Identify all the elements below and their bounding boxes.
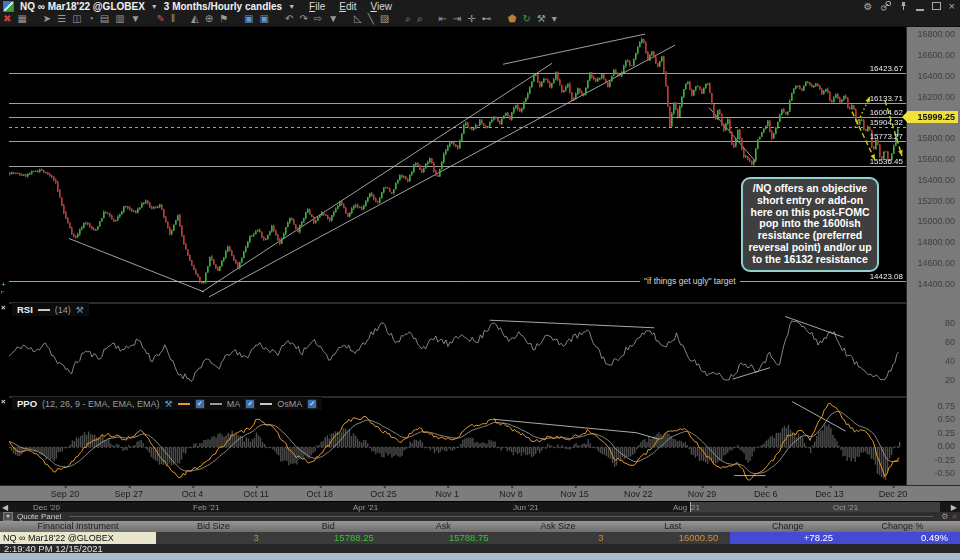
quote-value-cell[interactable]: 15788.25 bbox=[271, 532, 386, 544]
scroll-left-icon[interactable]: ◀ bbox=[2, 503, 8, 512]
quote-column-header[interactable]: Ask Size bbox=[501, 521, 616, 532]
price-tick-label: 14800.00 bbox=[917, 237, 955, 247]
rsi-settings-icon[interactable]: ⚒ bbox=[76, 305, 84, 315]
pattern-icon[interactable]: ▦ bbox=[17, 14, 26, 24]
volume-icon[interactable]: ‖ bbox=[171, 14, 175, 24]
cursor-icon[interactable]: ➤ bbox=[43, 14, 51, 24]
pin-icon[interactable] bbox=[899, 1, 908, 11]
date-axis[interactable]: Sep 20Sep 27Oct 4Oct 11Oct 18Oct 25Nov 1… bbox=[0, 485, 960, 501]
ppo-title[interactable]: PPO bbox=[17, 398, 37, 409]
ppo-close-icon[interactable]: × bbox=[1, 397, 6, 406]
quote-column-header[interactable]: Ask bbox=[386, 521, 501, 532]
quote-value-cell[interactable]: 16000.50 bbox=[615, 532, 730, 544]
angle-icon[interactable]: ◺ bbox=[354, 14, 362, 24]
timeline-label: Dec '20 bbox=[33, 503, 60, 512]
layout-icon[interactable]: ▤ bbox=[100, 14, 109, 24]
date-tick-label: Oct 18 bbox=[307, 489, 334, 499]
crosshair-icon[interactable]: ⊕ bbox=[205, 14, 213, 24]
grid-icon[interactable]: ▥ bbox=[115, 14, 124, 24]
timeline-label: Apr '21 bbox=[353, 503, 378, 512]
symbol-title[interactable]: NQ ∞ Mar18'22 @GLOBEX bbox=[20, 1, 145, 12]
timeline-scrollbar[interactable]: ◀ ▶ Dec '20Feb '21Apr '21Jun '21Aug '21O… bbox=[0, 501, 960, 512]
forward-icon[interactable]: ⇨ bbox=[314, 14, 322, 24]
close-icon[interactable]: × bbox=[949, 1, 955, 11]
shape-icon[interactable]: ⬟ bbox=[508, 14, 517, 24]
quote-value-cell[interactable]: 0.49% bbox=[845, 532, 960, 544]
ma-label[interactable]: MA bbox=[227, 399, 241, 409]
ma-checkbox[interactable]: ✓ bbox=[245, 399, 255, 409]
rsi-tick-label: 60 bbox=[945, 337, 955, 347]
date-tick-label: Sep 20 bbox=[51, 489, 80, 499]
panel-b-icon[interactable]: ▣ bbox=[260, 14, 269, 24]
quote-column-header[interactable]: Change % bbox=[845, 521, 960, 532]
trendline-icon[interactable]: ╲ bbox=[368, 14, 374, 24]
timeframe-caret-icon[interactable]: ▼ bbox=[288, 3, 295, 10]
price-tick-label: 15200.00 bbox=[917, 196, 955, 206]
menu-view[interactable]: View bbox=[370, 1, 392, 12]
quote-value-cell[interactable]: 3 bbox=[156, 532, 271, 544]
timeline-label: Aug '21 bbox=[673, 503, 700, 512]
draw-icon[interactable]: ✎ bbox=[157, 14, 165, 24]
ppo-checkbox[interactable]: ✓ bbox=[195, 399, 205, 409]
dropdown2-icon[interactable]: ▼ bbox=[328, 14, 338, 24]
undo-icon[interactable]: ↶ bbox=[285, 14, 293, 24]
settings-icon[interactable]: ⚒ bbox=[537, 14, 546, 24]
study-icon[interactable]: ◭ bbox=[191, 14, 199, 24]
quote-column-header[interactable]: Bid Size bbox=[156, 521, 271, 532]
zoom-in-icon[interactable]: ⌕ bbox=[405, 14, 411, 24]
ppo-tick-label: -0.25 bbox=[934, 455, 955, 465]
timeframe-title[interactable]: 3 Months/Hourly candles bbox=[164, 1, 282, 12]
scroll-right-icon[interactable]: ▶ bbox=[951, 503, 957, 512]
expand-right-icon[interactable]: ⇥ bbox=[453, 14, 461, 24]
quote-panel-gear-icon[interactable]: ⚙ bbox=[941, 512, 948, 521]
close-chart-icon[interactable]: ✖ bbox=[3, 14, 11, 24]
price-chart-canvas[interactable] bbox=[9, 27, 906, 300]
rsi-chart-canvas[interactable] bbox=[9, 302, 906, 396]
minimize-icon[interactable] bbox=[916, 1, 924, 11]
quote-column-header[interactable]: Change bbox=[730, 521, 845, 532]
price-axis[interactable]: 16800.0016600.0016400.0016200.0016000.00… bbox=[906, 27, 960, 485]
rsi-close-icon[interactable]: × bbox=[1, 303, 6, 312]
watchlist-icon[interactable]: ☰ bbox=[57, 14, 66, 24]
zoom-out-icon[interactable]: ⌕ bbox=[417, 14, 423, 24]
quote-panel-close-icon[interactable]: × bbox=[952, 512, 957, 521]
panel-a-icon[interactable]: ▣ bbox=[244, 14, 253, 24]
compare-icon[interactable]: ⊷ bbox=[482, 14, 492, 24]
quote-column-header[interactable]: Bid bbox=[271, 521, 386, 532]
osma-checkbox[interactable]: ✓ bbox=[307, 399, 317, 409]
maximize-icon[interactable] bbox=[932, 1, 941, 11]
dropdown-icon[interactable]: ▼ bbox=[131, 14, 141, 24]
menu-file[interactable]: File bbox=[309, 1, 325, 12]
rsi-params[interactable]: (14) bbox=[55, 305, 71, 315]
draw-tool-marker2-icon[interactable]: ⌜ bbox=[1, 290, 5, 299]
gear-icon[interactable]: ⚙ bbox=[864, 1, 873, 11]
quote-column-header[interactable]: Last bbox=[615, 521, 730, 532]
ppo-params[interactable]: (12, 26, 9 - EMA, EMA, EMA) bbox=[42, 399, 160, 409]
date-tick-label: Dec 13 bbox=[815, 489, 844, 499]
center-icon[interactable]: ✛ bbox=[467, 14, 475, 24]
osma-label[interactable]: OsMA bbox=[277, 399, 302, 409]
print-icon[interactable]: ◫ bbox=[72, 14, 81, 24]
rsi-title[interactable]: RSI bbox=[17, 304, 33, 315]
quote-value-cell[interactable]: 15788.75 bbox=[386, 532, 501, 544]
draw-tool-marker-icon[interactable]: + bbox=[1, 280, 6, 289]
pie-icon[interactable]: ◔ bbox=[88, 14, 94, 24]
ppo-settings-icon[interactable]: ⚒ bbox=[165, 399, 173, 409]
date-tick-label: Nov 1 bbox=[435, 489, 459, 499]
rsi-tick-label: 20 bbox=[945, 375, 955, 385]
more-icon[interactable]: ▾ bbox=[552, 14, 557, 24]
flag-icon[interactable]: ⚑ bbox=[219, 14, 228, 24]
quote-column-header[interactable]: Financial Instrument bbox=[0, 521, 156, 532]
symbol-caret-icon[interactable]: ▼ bbox=[151, 3, 158, 10]
redo-icon[interactable]: ↷ bbox=[299, 14, 307, 24]
fib-icon[interactable]: ▨ bbox=[380, 14, 389, 24]
quote-value-cell[interactable]: 3 bbox=[501, 532, 616, 544]
quote-panel-row[interactable]: NQ ∞ Mar18'22 @GLOBEX315788.2515788.7531… bbox=[0, 532, 960, 544]
link-icon[interactable] bbox=[881, 1, 891, 11]
expand-left-icon[interactable]: ⇤ bbox=[439, 14, 447, 24]
quote-value-cell[interactable]: +78.25 bbox=[730, 532, 845, 544]
quote-panel-collapse-icon[interactable]: ▾ bbox=[3, 512, 13, 521]
date-tick-label: Dec 20 bbox=[879, 489, 908, 499]
menu-edit[interactable]: Edit bbox=[339, 1, 356, 12]
refresh-icon[interactable]: ↻ bbox=[522, 14, 530, 24]
